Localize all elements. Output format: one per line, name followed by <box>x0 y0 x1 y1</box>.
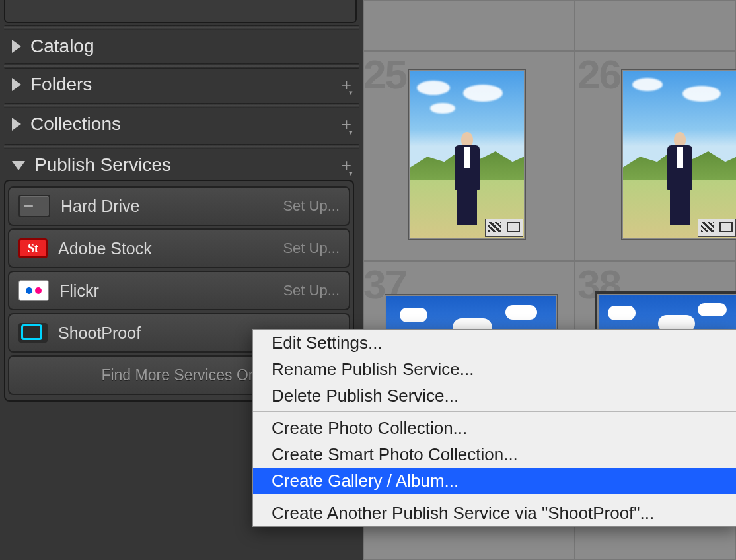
cell-number: 26 <box>577 51 620 98</box>
menu-label: Create Photo Collection... <box>272 418 467 438</box>
cell-number: 25 <box>363 51 406 98</box>
service-name: Hard Drive <box>61 197 283 216</box>
panel-folders[interactable]: Folders + <box>0 69 363 100</box>
thumbnail[interactable] <box>621 69 736 240</box>
setup-link[interactable]: Set Up... <box>283 197 340 215</box>
chevron-right-icon <box>12 40 21 53</box>
service-name: Flickr <box>59 281 283 300</box>
panel-label: Catalog <box>30 36 351 57</box>
menu-create-smart-photo-collection[interactable]: Create Smart Photo Collection... <box>253 441 736 468</box>
menu-label: Create Smart Photo Collection... <box>272 444 518 465</box>
menu-label: Create Another Publish Service via "Shoo… <box>272 503 654 524</box>
chevron-down-icon <box>12 161 25 170</box>
add-icon[interactable]: + <box>342 114 351 135</box>
menu-label: Delete Publish Service... <box>272 386 459 406</box>
chevron-right-icon <box>12 118 21 131</box>
menu-create-gallery-album[interactable]: Create Gallery / Album... <box>253 468 736 494</box>
service-flickr[interactable]: Flickr Set Up... <box>8 271 350 310</box>
grid-cell-25[interactable]: 25 <box>363 51 575 261</box>
menu-create-another-publish-service[interactable]: Create Another Publish Service via "Shoo… <box>253 500 736 526</box>
menu-delete-publish-service[interactable]: Delete Publish Service... <box>253 382 736 409</box>
setup-link[interactable]: Set Up... <box>283 240 340 257</box>
panel-label: Collections <box>30 114 342 135</box>
divider <box>4 25 359 30</box>
thumbnail-badge-icon <box>485 219 523 237</box>
panel-label: Folders <box>30 74 342 95</box>
adobe-stock-icon: St <box>18 238 48 258</box>
menu-separator <box>253 411 736 412</box>
panel-catalog[interactable]: Catalog <box>0 30 363 62</box>
chevron-right-icon <box>12 78 21 91</box>
menu-label: Edit Settings... <box>272 333 383 353</box>
setup-link[interactable]: Set Up... <box>283 282 340 299</box>
menu-label: Rename Publish Service... <box>272 359 474 380</box>
context-menu: Edit Settings... Rename Publish Service.… <box>252 329 736 527</box>
add-icon[interactable]: + <box>342 155 351 176</box>
divider <box>4 63 359 69</box>
panel-publish-services[interactable]: Publish Services + <box>0 149 363 181</box>
menu-rename-publish-service[interactable]: Rename Publish Service... <box>253 356 736 382</box>
menu-label: Create Gallery / Album... <box>272 471 459 491</box>
divider <box>4 144 359 149</box>
grid-cell-26[interactable]: 26 <box>575 51 736 261</box>
hard-drive-icon <box>18 195 50 217</box>
grid-cell <box>575 0 736 51</box>
panel-label: Publish Services <box>34 155 342 176</box>
sidebar-top-box <box>4 0 357 23</box>
find-more-label: Find More Services On <box>101 367 256 384</box>
menu-separator <box>253 497 736 497</box>
menu-edit-settings[interactable]: Edit Settings... <box>253 330 736 356</box>
flickr-icon <box>18 280 49 301</box>
thumbnail[interactable] <box>408 69 526 240</box>
shootproof-icon <box>18 323 48 343</box>
thumbnail-badge-icon <box>698 219 736 237</box>
service-adobe-stock[interactable]: St Adobe Stock Set Up... <box>8 228 350 268</box>
grid-cell <box>363 0 575 51</box>
divider <box>4 103 359 108</box>
add-icon[interactable]: + <box>342 75 351 95</box>
panel-collections[interactable]: Collections + <box>0 108 363 140</box>
service-hard-drive[interactable]: Hard Drive Set Up... <box>8 186 350 226</box>
service-name: Adobe Stock <box>58 239 283 258</box>
menu-create-photo-collection[interactable]: Create Photo Collection... <box>253 415 736 441</box>
